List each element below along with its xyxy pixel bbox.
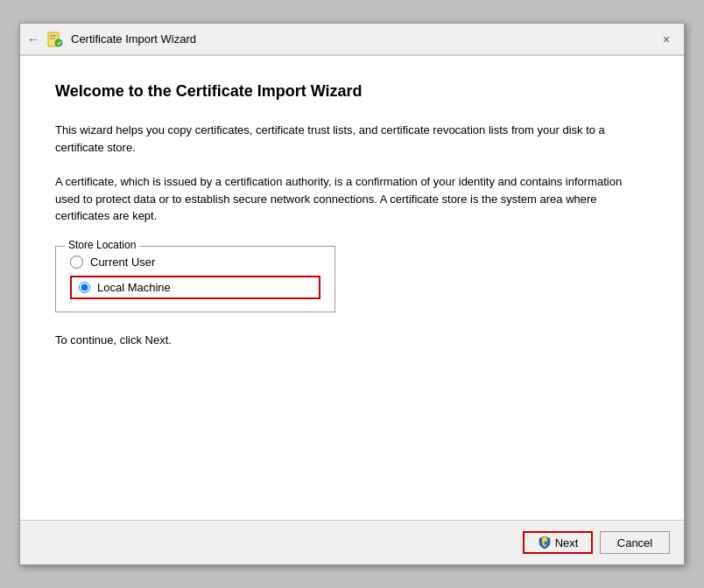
current-user-radio[interactable] [70,256,83,269]
title-bar-left: ← ✓ Certificate Import Wizard [27,31,196,48]
wizard-window: ← ✓ Certificate Import Wizard × Welcome … [19,23,685,565]
shield-icon: ★ [538,536,552,550]
svg-text:✓: ✓ [57,40,62,46]
close-button[interactable]: × [656,29,677,50]
cancel-button[interactable]: Cancel [600,531,670,554]
description-2: A certificate, which is issued by a cert… [55,173,649,225]
local-machine-option[interactable]: Local Machine [70,276,320,299]
wizard-content: Welcome to the Certificate Import Wizard… [20,56,684,520]
title-bar: ← ✓ Certificate Import Wizard × [20,24,684,55]
local-machine-label: Local Machine [97,281,171,294]
cancel-label: Cancel [617,536,652,550]
window-title: Certificate Import Wizard [71,32,196,46]
svg-rect-2 [50,38,55,39]
store-location-group: Store Location Current User Local Machin… [55,246,335,312]
cert-icon: ✓ [46,31,64,48]
footer: ★ Next Cancel [20,520,684,564]
svg-rect-1 [50,35,57,37]
current-user-option[interactable]: Current User [70,256,320,269]
wizard-title: Welcome to the Certificate Import Wizard [55,82,649,101]
description-1: This wizard helps you copy certificates,… [55,122,649,156]
back-button[interactable]: ← [27,32,39,46]
next-button[interactable]: ★ Next [523,531,593,554]
current-user-label: Current User [90,256,155,269]
svg-text:★: ★ [542,540,548,546]
store-location-legend: Store Location [65,239,139,251]
next-label: Next [555,536,579,550]
continue-text: To continue, click Next. [55,333,649,346]
local-machine-radio[interactable] [79,282,90,293]
